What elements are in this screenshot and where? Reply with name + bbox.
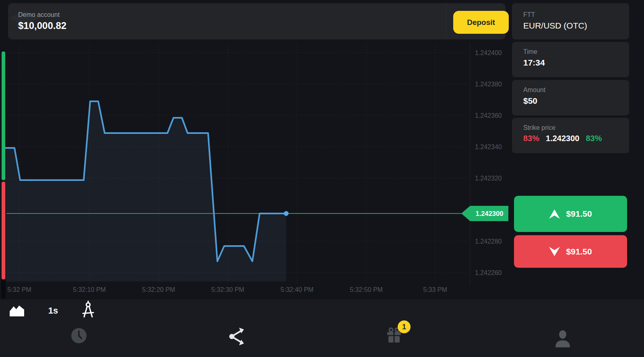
svg-text:1.242340: 1.242340	[475, 144, 502, 150]
call-payout-amount: $91.50	[566, 209, 592, 219]
price-chart-canvas: 5:32 PM5:32:10 PM5:32:20 PM5:32:30 PM5:3…	[0, 40, 509, 300]
svg-text:5:32:20 PM: 5:32:20 PM	[142, 286, 175, 293]
svg-text:1.242320: 1.242320	[475, 175, 502, 182]
put-payout-amount: $91.50	[566, 247, 592, 256]
trade-history-button[interactable]	[71, 328, 87, 345]
svg-text:5:33 PM: 5:33 PM	[423, 286, 447, 293]
put-payout-percent: 83%	[523, 134, 539, 143]
scrollbar-thumb[interactable]	[1, 279, 6, 299]
person-icon	[555, 330, 571, 347]
svg-text:1.242260: 1.242260	[475, 269, 502, 276]
sentiment-gauge-sellers	[2, 182, 5, 279]
strike-price-label: Strike price	[523, 124, 555, 131]
strike-price-row: 83% 1.242300 83%	[523, 134, 602, 143]
amount-value: $50	[523, 96, 537, 106]
clock-icon	[71, 328, 87, 344]
profile-button[interactable]	[555, 330, 571, 349]
svg-text:5:32:10 PM: 5:32:10 PM	[73, 286, 106, 293]
svg-text:1.242400: 1.242400	[475, 49, 502, 56]
area-chart-icon	[9, 303, 25, 317]
strike-price-value: 1.242300	[546, 134, 579, 143]
account-type-label: Demo account	[18, 11, 60, 18]
account-panel[interactable]: Demo account $10,000.82 Deposit	[8, 3, 506, 39]
spread-arrows-icon	[229, 327, 246, 346]
svg-text:1.242360: 1.242360	[475, 112, 502, 119]
price-chart[interactable]: 5:32 PM5:32:10 PM5:32:20 PM5:32:30 PM5:3…	[0, 40, 509, 300]
call-up-button[interactable]: $91.50	[514, 196, 627, 232]
amount-panel[interactable]: Amount $50	[512, 80, 629, 115]
chart-type-button[interactable]	[9, 303, 25, 318]
time-value: 17:34	[523, 58, 545, 68]
instrument-name: EUR/USD (OTC)	[523, 21, 587, 31]
call-payout-percent: 83%	[586, 134, 602, 143]
svg-text:5:32:50 PM: 5:32:50 PM	[350, 286, 383, 293]
expand-trade-button[interactable]	[229, 327, 246, 347]
put-down-button[interactable]: $91.50	[514, 235, 627, 268]
top-bar-divider	[446, 3, 446, 39]
svg-text:1.242280: 1.242280	[475, 238, 502, 245]
instrument-type-label: FTT	[523, 11, 535, 18]
svg-text:5:32 PM: 5:32 PM	[7, 286, 31, 293]
gift-badge: 1	[398, 320, 411, 333]
svg-text:5:32:30 PM: 5:32:30 PM	[211, 286, 244, 293]
drawing-tools-button[interactable]	[80, 301, 96, 320]
deposit-button[interactable]: Deposit	[453, 11, 509, 34]
amount-label: Amount	[523, 86, 545, 94]
svg-text:1.242380: 1.242380	[475, 81, 502, 88]
svg-text:1.242300: 1.242300	[476, 210, 504, 217]
time-panel[interactable]: Time 17:34	[512, 42, 629, 77]
time-label: Time	[523, 48, 537, 55]
arrow-down-icon	[549, 247, 560, 256]
compass-icon	[80, 301, 96, 319]
svg-text:5:32:40 PM: 5:32:40 PM	[281, 286, 314, 293]
arrow-up-icon	[549, 209, 560, 219]
timeframe-button[interactable]: 1s	[43, 302, 64, 319]
sentiment-gauge-buyers	[2, 51, 5, 180]
bottom-toolbar	[0, 300, 644, 357]
strike-price-panel[interactable]: Strike price 83% 1.242300 83%	[512, 118, 629, 153]
instrument-panel[interactable]: FTT EUR/USD (OTC)	[512, 3, 629, 39]
account-balance: $10,000.82	[18, 20, 66, 31]
